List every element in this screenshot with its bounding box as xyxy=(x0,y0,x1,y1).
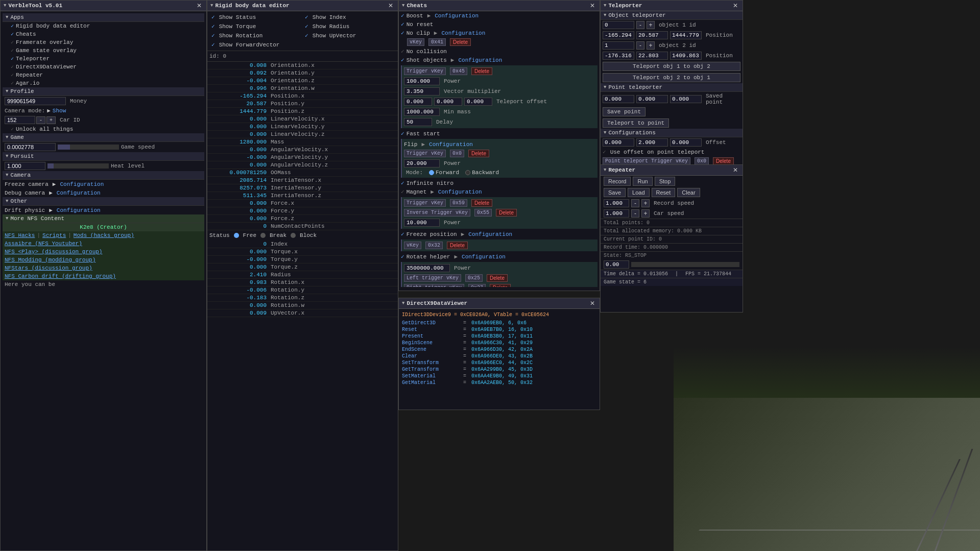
show-upvector[interactable]: ✓Show UpVector xyxy=(303,31,396,40)
obj2-pos-x[interactable] xyxy=(603,52,634,60)
point-tp-section[interactable]: ▼ Point teleporter xyxy=(601,83,743,92)
record-speed-input[interactable] xyxy=(604,199,629,207)
delay-input[interactable] xyxy=(404,118,432,126)
car-speed-minus[interactable]: - xyxy=(631,209,639,218)
obj1-id-minus[interactable]: - xyxy=(636,21,644,29)
apps-section-header[interactable]: ▼ Apps xyxy=(3,13,204,22)
vector-mult-input[interactable] xyxy=(404,87,440,95)
carbon-row[interactable]: NFS Carbon drift (drifting group) xyxy=(3,272,204,280)
save-button[interactable]: Save xyxy=(604,188,626,197)
delete-flip-btn[interactable]: Delete xyxy=(468,150,489,157)
pursuit-section-header[interactable]: ▼ Pursuit xyxy=(3,152,204,161)
tp-offset-z[interactable] xyxy=(670,138,702,147)
app-item-dx9[interactable]: ✓ DirectX9DataViewer xyxy=(3,63,204,71)
teleport-offset-z[interactable] xyxy=(464,98,492,106)
delete-45-btn[interactable]: Delete xyxy=(471,67,492,75)
more-nfs-header[interactable]: ▼ More NFS Content xyxy=(3,214,204,223)
obj2-id-input[interactable] xyxy=(603,41,634,50)
obj1-id-plus[interactable]: + xyxy=(647,21,655,29)
car-speed-plus[interactable]: + xyxy=(641,209,650,218)
left-panel-header[interactable]: ▼ VerbleTool v5.01 ✕ xyxy=(1,1,206,11)
backward-option[interactable]: Backward xyxy=(465,170,499,176)
obj2-id-minus[interactable]: - xyxy=(636,41,644,50)
cheats-panel-header[interactable]: ▼ Cheats ✕ xyxy=(399,1,600,11)
show-forwardvector[interactable]: ✓Show ForwardVector xyxy=(209,40,302,49)
obj1-pos-z[interactable] xyxy=(670,31,702,39)
delete-25-btn[interactable]: Delete xyxy=(487,274,508,282)
stop-button[interactable]: Stop xyxy=(655,177,676,186)
save-point-btn[interactable]: Save point xyxy=(603,107,646,116)
car-speed-input[interactable] xyxy=(604,209,629,218)
camera-section-header[interactable]: ▼ Camera xyxy=(3,171,204,180)
left-panel-close[interactable]: ✕ xyxy=(195,2,203,9)
delete-27-btn[interactable]: Delete xyxy=(490,284,511,287)
teleport-2to1-btn[interactable]: Teleport obj 2 to obj 1 xyxy=(603,73,740,82)
app-item-gamestate[interactable]: ✓ Game state overlay xyxy=(3,46,204,55)
power-fast-start-input[interactable] xyxy=(404,159,440,167)
teleport-offset-y[interactable] xyxy=(434,98,462,106)
record-speed-plus[interactable]: + xyxy=(641,199,650,207)
saved-x[interactable] xyxy=(603,95,634,103)
min-mass-input[interactable] xyxy=(404,108,440,116)
show-radius[interactable]: ✓Show Radius xyxy=(303,22,396,31)
game-speed-input[interactable] xyxy=(5,143,56,151)
reset-button[interactable]: Reset xyxy=(652,188,676,197)
heat-level-input[interactable] xyxy=(5,162,45,170)
show-rotation[interactable]: ✓Show Rotation xyxy=(209,31,302,40)
app-item-framerate[interactable]: ✓ Framerate overlay xyxy=(3,38,204,46)
run-button[interactable]: Run xyxy=(633,177,652,186)
modding-row[interactable]: NFS Modding (modding group) xyxy=(3,256,204,264)
dx-panel-header[interactable]: ▼ DirectX9DataViewer ✕ xyxy=(399,298,600,309)
backward-radio[interactable] xyxy=(465,170,470,175)
teleport-1to2-btn[interactable]: Teleport obj 1 to obj 2 xyxy=(603,62,740,71)
use-offset-checkbox[interactable]: ✓ xyxy=(603,149,606,155)
status-free-label[interactable]: Free xyxy=(243,232,256,238)
modding-label[interactable]: NFS Modding (modding group) xyxy=(5,257,95,263)
profile-section-header[interactable]: ▼ Profile xyxy=(3,87,204,96)
tp-offset-y[interactable] xyxy=(636,138,668,147)
cheats-panel-close[interactable]: ✕ xyxy=(588,2,596,9)
forward-radio[interactable] xyxy=(429,170,434,175)
obj2-pos-y[interactable] xyxy=(636,52,668,60)
app-item-rigid-body[interactable]: ✓ Rigid body data editor xyxy=(3,22,204,30)
obj2-pos-z[interactable] xyxy=(670,52,702,60)
show-status[interactable]: ✓Show Status xyxy=(209,13,302,21)
unlock-item[interactable]: ✓ Unlock all things xyxy=(3,125,204,133)
point-trigger-delete-btn[interactable]: Delete xyxy=(713,157,734,165)
car-id-input[interactable] xyxy=(5,116,35,124)
status-break-label[interactable]: Break xyxy=(270,232,286,238)
app-item-repeater[interactable]: ✓ Repeater xyxy=(3,71,204,79)
teleport-offset-x[interactable] xyxy=(404,98,432,106)
show-index[interactable]: ✓Show Index xyxy=(303,13,396,21)
carbon-label[interactable]: NFS Carbon drift (drifting group) xyxy=(5,273,116,279)
dx-panel-close[interactable]: ✕ xyxy=(588,300,596,307)
teleport-to-point-btn[interactable]: Teleport to point xyxy=(603,118,669,128)
game-section-header[interactable]: ▼ Game xyxy=(3,133,204,142)
rotate-power-input[interactable] xyxy=(404,264,450,272)
status-block-label[interactable]: Block xyxy=(300,232,317,238)
obj1-pos-y[interactable] xyxy=(636,31,668,39)
delete-32-btn[interactable]: Delete xyxy=(447,242,468,249)
obj1-pos-x[interactable] xyxy=(603,31,634,39)
progress-input[interactable] xyxy=(604,260,629,269)
other-section-header[interactable]: ▼ Other xyxy=(3,197,204,206)
forward-option[interactable]: Forward xyxy=(429,170,459,176)
tp-offset-x[interactable] xyxy=(603,138,634,147)
object-tp-section[interactable]: ▼ Object teleporter xyxy=(601,11,743,20)
show-torque[interactable]: ✓Show Torque xyxy=(209,22,302,31)
youtuber-row[interactable]: Assaibre (NFS Youtuber) xyxy=(3,239,204,248)
nfstars-label[interactable]: NFStars (discussion group) xyxy=(5,265,92,271)
youtuber-label[interactable]: Assaibre (NFS Youtuber) xyxy=(5,241,82,247)
obj1-id-input[interactable] xyxy=(603,21,634,29)
delete-55-btn[interactable]: Delete xyxy=(496,209,517,217)
saved-z[interactable] xyxy=(670,95,702,103)
clear-button[interactable]: Clear xyxy=(677,188,700,197)
money-input[interactable] xyxy=(5,97,66,105)
app-item-cheats[interactable]: ✓ Cheats xyxy=(3,30,204,38)
obj2-id-plus[interactable]: + xyxy=(647,41,655,50)
tp-panel-close[interactable]: ✕ xyxy=(731,2,739,9)
repeater-panel-header[interactable]: ▼ Repeater ✕ xyxy=(601,165,743,176)
power-magnet-input[interactable] xyxy=(404,219,440,227)
rigid-panel-header[interactable]: ▼ Rigid body data editor ✕ xyxy=(207,1,398,11)
saved-y[interactable] xyxy=(636,95,668,103)
